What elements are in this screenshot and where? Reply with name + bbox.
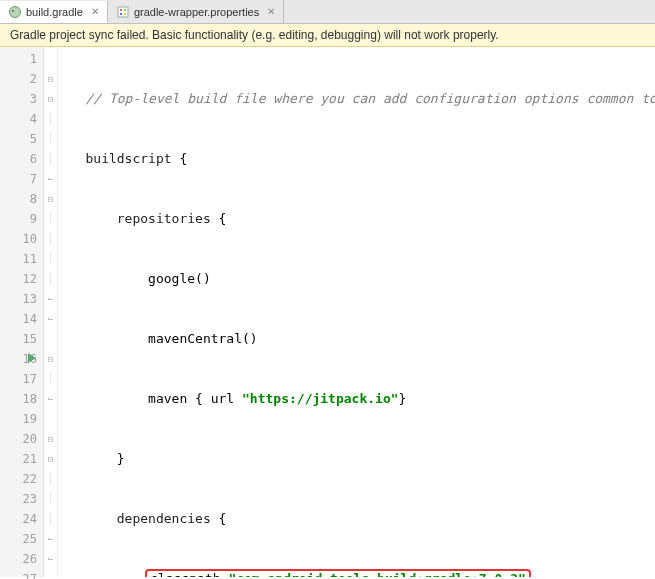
code-line: google() (58, 269, 655, 289)
fold-toggle-icon[interactable] (44, 189, 57, 209)
fold-toggle-icon[interactable] (44, 349, 57, 369)
svg-rect-6 (124, 13, 126, 15)
code-line: classpath "com.android.tools.build:gradl… (58, 569, 655, 577)
code-editor[interactable]: 1 2 3 4 5 6 7 8 9 10 11 12 13 14 15 16 1… (0, 47, 655, 577)
tab-label: gradle-wrapper.properties (134, 6, 259, 18)
run-gutter-icon[interactable] (28, 353, 36, 363)
fold-toggle-icon[interactable] (44, 429, 57, 449)
gradle-elephant-icon (8, 5, 22, 19)
code-area[interactable]: // Top-level build file where you can ad… (58, 47, 655, 577)
line-number: 4 (0, 109, 43, 129)
svg-point-1 (12, 10, 14, 12)
line-number: 10 (0, 229, 43, 249)
line-number: 5 (0, 129, 43, 149)
fold-column (44, 47, 58, 577)
close-icon[interactable]: ✕ (91, 6, 99, 17)
svg-rect-4 (124, 9, 126, 11)
line-number: 14 (0, 309, 43, 329)
tab-label: build.gradle (26, 6, 83, 18)
line-number: 19 (0, 409, 43, 429)
line-number: 21 (0, 449, 43, 469)
svg-rect-3 (120, 9, 122, 11)
code-line: // Top-level build file where you can ad… (58, 89, 655, 109)
code-line: maven { url "https://jitpack.io"} (58, 389, 655, 409)
line-number: 7 (0, 169, 43, 189)
line-number: 2 (0, 69, 43, 89)
line-number: 3 (0, 89, 43, 109)
tab-build-gradle[interactable]: build.gradle ✕ (0, 1, 108, 23)
fold-toggle-icon[interactable] (44, 89, 57, 109)
line-number: 26 (0, 549, 43, 569)
warning-text: Gradle project sync failed. Basic functi… (10, 28, 499, 42)
svg-rect-2 (118, 7, 128, 17)
properties-icon (116, 5, 130, 19)
classpath-highlight: classpath "com.android.tools.build:gradl… (145, 569, 531, 577)
line-number: 6 (0, 149, 43, 169)
code-line: dependencies { (58, 509, 655, 529)
line-number: 27 (0, 569, 43, 579)
code-line: mavenCentral() (58, 329, 655, 349)
sync-warning-bar: Gradle project sync failed. Basic functi… (0, 24, 655, 47)
line-number: 8 (0, 189, 43, 209)
line-number: 23 (0, 489, 43, 509)
line-number-gutter: 1 2 3 4 5 6 7 8 9 10 11 12 13 14 15 16 1… (0, 47, 44, 577)
svg-point-0 (10, 6, 21, 17)
line-number: 12 (0, 269, 43, 289)
line-number: 25 (0, 529, 43, 549)
fold-toggle-icon[interactable] (44, 449, 57, 469)
svg-rect-5 (120, 13, 122, 15)
line-number: 9 (0, 209, 43, 229)
tab-gradle-wrapper-properties[interactable]: gradle-wrapper.properties ✕ (108, 0, 284, 23)
line-number: 20 (0, 429, 43, 449)
fold-toggle-icon[interactable] (44, 69, 57, 89)
close-icon[interactable]: ✕ (267, 6, 275, 17)
editor-tabs: build.gradle ✕ gradle-wrapper.properties… (0, 0, 655, 24)
line-number: 22 (0, 469, 43, 489)
code-line: } (58, 449, 655, 469)
code-line: buildscript { (58, 149, 655, 169)
line-number: 17 (0, 369, 43, 389)
line-number: 13 (0, 289, 43, 309)
line-number: 24 (0, 509, 43, 529)
line-number: 11 (0, 249, 43, 269)
line-number: 15 (0, 329, 43, 349)
line-number: 16 (0, 349, 43, 369)
line-number: 1 (0, 49, 43, 69)
line-number: 18 (0, 389, 43, 409)
code-line: repositories { (58, 209, 655, 229)
